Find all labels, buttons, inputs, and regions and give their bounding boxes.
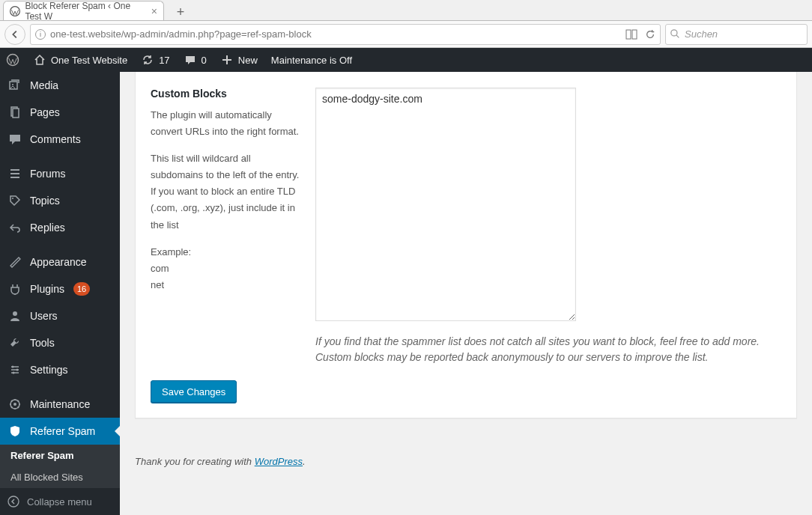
- new-link[interactable]: New: [220, 53, 258, 67]
- collapse-icon: [7, 496, 19, 508]
- sidebar-item-topics[interactable]: Topics: [0, 187, 120, 214]
- comments-count: 0: [202, 55, 207, 66]
- sidebar-label: Media: [30, 79, 58, 91]
- site-name: One Test Website: [51, 55, 127, 66]
- sidebar-item-pages[interactable]: Pages: [0, 99, 120, 126]
- url-text: one-test.website/wp-admin/admin.php?page…: [50, 28, 312, 40]
- sidebar-label: Topics: [30, 195, 60, 207]
- plugins-badge: 16: [73, 282, 90, 296]
- info-icon[interactable]: i: [35, 29, 46, 40]
- close-icon[interactable]: ×: [151, 5, 157, 17]
- sidebar-item-tools[interactable]: Tools: [0, 329, 120, 356]
- plugins-icon: [7, 281, 22, 296]
- url-bar[interactable]: i one-test.website/wp-admin/admin.php?pa…: [30, 24, 661, 45]
- hint-text: If you find that the spammer list does n…: [315, 334, 771, 365]
- sidebar-item-appearance[interactable]: Appearance: [0, 249, 120, 275]
- sidebar-item-replies[interactable]: Replies: [0, 214, 120, 241]
- example-block: Example: com net: [151, 244, 300, 293]
- replies-icon: [7, 220, 22, 235]
- sidebar-label: Plugins: [30, 283, 64, 295]
- search-placeholder: Suchen: [685, 28, 718, 40]
- sidebar-item-plugins[interactable]: Plugins 16: [0, 275, 120, 302]
- sidebar-label: Tools: [30, 337, 55, 349]
- updates-link[interactable]: 17: [141, 53, 169, 67]
- sidebar-item-referer-spam[interactable]: Referer Spam: [0, 418, 120, 445]
- custom-blocks-textarea[interactable]: [315, 88, 576, 321]
- example-2: net: [151, 279, 164, 290]
- browser-tab-strip: Block Referer Spam ‹ One Test W × +: [0, 0, 812, 21]
- svg-point-10: [12, 198, 13, 199]
- sidebar-item-comments[interactable]: Comments: [0, 126, 120, 153]
- maintenance-link[interactable]: Maintenance is Off: [271, 55, 352, 66]
- svg-line-4: [676, 35, 679, 37]
- settings-panel: Custom Blocks The plugin will automatica…: [135, 72, 797, 418]
- home-icon: [33, 53, 46, 67]
- submenu-item-referer-spam[interactable]: Referer Spam: [0, 445, 120, 466]
- form-description: Custom Blocks The plugin will automatica…: [151, 88, 300, 365]
- custom-blocks-heading: Custom Blocks: [151, 88, 300, 100]
- wordpress-icon: [6, 53, 19, 67]
- sidebar-item-media[interactable]: Media: [0, 72, 120, 99]
- wordpress-icon: [10, 5, 20, 17]
- save-changes-button[interactable]: Save Changes: [151, 380, 237, 403]
- updates-count: 17: [159, 55, 169, 66]
- svg-point-13: [16, 369, 19, 371]
- svg-rect-9: [13, 109, 19, 118]
- wp-adminbar: One Test Website 17 0 New Maintenance is…: [0, 48, 812, 72]
- new-tab-button[interactable]: +: [170, 4, 191, 20]
- sidebar-label: Users: [30, 310, 58, 322]
- media-icon: [7, 78, 22, 93]
- sidebar-item-maintenance[interactable]: Maintenance: [0, 391, 120, 418]
- comment-icon: [184, 53, 197, 67]
- svg-point-17: [8, 496, 19, 507]
- appearance-icon: [7, 255, 22, 269]
- collapse-menu[interactable]: Collapse menu: [0, 488, 120, 515]
- topics-icon: [7, 193, 22, 208]
- wordpress-link[interactable]: WordPress: [255, 456, 303, 467]
- svg-point-7: [12, 84, 13, 85]
- tools-icon: [7, 335, 22, 350]
- tab-title: Block Referer Spam ‹ One Test W: [25, 1, 146, 22]
- forums-icon: [7, 166, 22, 181]
- sidebar-label: Appearance: [30, 256, 87, 268]
- sidebar-item-settings[interactable]: Settings: [0, 356, 120, 383]
- back-button[interactable]: [4, 24, 25, 45]
- comments-link[interactable]: 0: [184, 53, 207, 67]
- example-1: com: [151, 263, 169, 274]
- footer-period: .: [303, 456, 306, 467]
- comment-icon: [7, 132, 22, 147]
- browser-tab[interactable]: Block Referer Spam ‹ One Test W ×: [3, 1, 164, 20]
- sidebar-label: Referer Spam: [30, 425, 95, 437]
- wp-logo[interactable]: [6, 53, 19, 67]
- browser-search[interactable]: Suchen: [665, 24, 808, 45]
- svg-point-11: [13, 311, 17, 316]
- sidebar-label: Settings: [30, 364, 68, 376]
- site-name-link[interactable]: One Test Website: [33, 53, 127, 67]
- footer-text: Thank you for creating with: [135, 456, 255, 467]
- maintenance-label: Maintenance is Off: [271, 55, 352, 66]
- content-area: Custom Blocks The plugin will automatica…: [120, 72, 812, 515]
- sidebar-label: Pages: [30, 106, 60, 118]
- sidebar-item-users[interactable]: Users: [0, 302, 120, 329]
- reload-icon[interactable]: [645, 29, 655, 40]
- svg-point-16: [13, 403, 16, 406]
- sidebar-label: Forums: [30, 168, 65, 180]
- sidebar-item-forums[interactable]: Forums: [0, 160, 120, 187]
- settings-icon: [7, 362, 22, 377]
- svg-rect-1: [626, 30, 631, 39]
- desc-text-2: This list will wildcard all subdomains t…: [151, 150, 300, 233]
- collapse-label: Collapse menu: [27, 496, 92, 508]
- search-icon: [670, 29, 680, 39]
- plus-icon: [220, 53, 234, 67]
- pages-icon: [7, 105, 22, 120]
- update-icon: [141, 53, 154, 67]
- svg-point-12: [12, 366, 14, 368]
- shield-icon: [7, 424, 22, 439]
- reader-icon[interactable]: [625, 29, 637, 40]
- sidebar-submenu: Referer Spam All Blocked Sites: [0, 445, 120, 488]
- admin-sidebar: Media Pages Comments Forums Topics Repli…: [0, 72, 120, 515]
- submenu-item-all-blocked[interactable]: All Blocked Sites: [0, 466, 120, 488]
- svg-rect-2: [632, 30, 637, 39]
- sidebar-label: Maintenance: [30, 398, 90, 410]
- maintenance-icon: [7, 397, 22, 412]
